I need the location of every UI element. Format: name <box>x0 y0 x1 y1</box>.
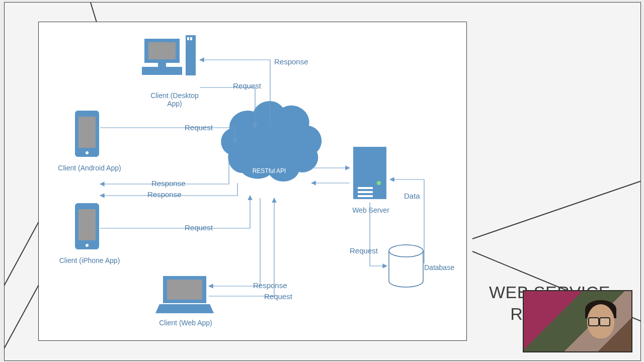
slide: RESTful API Client (Desktop App) Client … <box>4 2 641 361</box>
svg-point-26 <box>389 245 423 257</box>
lbl-db-data: Data <box>404 192 420 200</box>
lbl-iphone-request: Request <box>185 223 213 232</box>
lbl-web-request: Request <box>264 292 292 301</box>
lbl-desktop-response: Response <box>274 57 308 66</box>
lbl-iphone-response: Response <box>147 190 182 199</box>
diagram-card: RESTful API Client (Desktop App) Client … <box>38 22 467 341</box>
desktop-icon <box>142 35 196 75</box>
rest-api-diagram: RESTful API <box>39 22 466 340</box>
server-icon <box>353 147 386 199</box>
svg-rect-8 <box>142 67 182 75</box>
svg-line-3 <box>472 178 640 239</box>
svg-rect-19 <box>167 280 202 300</box>
db-caption: Database <box>424 263 459 272</box>
webcam-overlay <box>523 290 632 352</box>
laptop-icon <box>155 276 214 313</box>
android-caption: Client (Android App) <box>57 164 122 172</box>
lbl-db-request: Request <box>350 246 378 255</box>
svg-rect-13 <box>78 117 96 148</box>
lbl-android-request: Request <box>185 123 213 132</box>
svg-rect-16 <box>78 209 96 240</box>
svg-rect-25 <box>358 195 373 197</box>
iphone-caption: Client (iPhone App) <box>57 256 122 264</box>
lbl-desktop-request: Request <box>233 81 261 90</box>
cloud-label: RESTful API <box>253 167 286 174</box>
iphone-icon <box>75 203 99 249</box>
svg-rect-7 <box>158 63 166 67</box>
web-caption: Client (Web App) <box>155 319 216 327</box>
svg-rect-24 <box>358 191 373 193</box>
svg-point-14 <box>86 151 89 154</box>
lbl-android-response: Response <box>151 179 186 188</box>
svg-point-17 <box>86 244 89 247</box>
database-icon <box>389 245 423 287</box>
lbl-web-response: Response <box>253 281 287 290</box>
svg-marker-20 <box>155 304 214 313</box>
server-caption: Web Server <box>346 206 396 214</box>
svg-rect-10 <box>187 37 189 40</box>
svg-rect-11 <box>190 37 192 40</box>
svg-rect-23 <box>358 187 373 189</box>
android-icon <box>75 111 99 157</box>
svg-point-22 <box>377 181 381 185</box>
svg-rect-6 <box>148 42 176 59</box>
svg-rect-9 <box>186 35 196 75</box>
desktop-caption: Client (Desktop App) <box>144 92 205 108</box>
